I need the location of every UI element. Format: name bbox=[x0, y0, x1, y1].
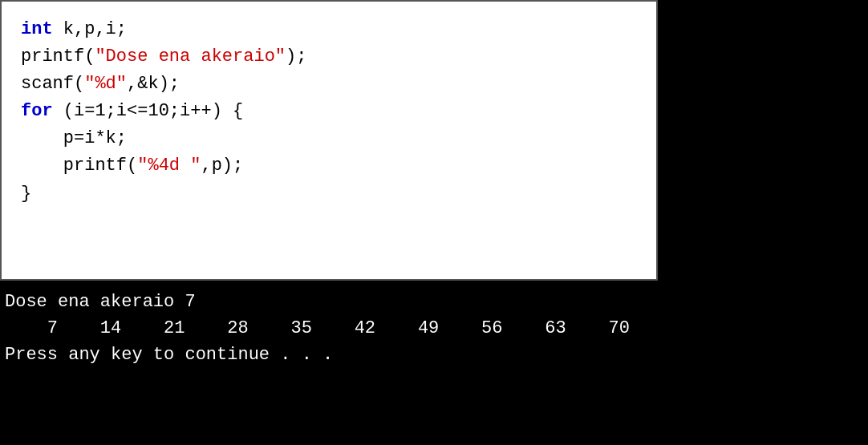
output-line-1: Dose ena akeraio 7 bbox=[5, 289, 863, 315]
code-line-3: scanf("%d",&k); bbox=[21, 71, 637, 98]
code-line-6: printf("%4d ",p); bbox=[21, 152, 637, 180]
code-text: ,p); bbox=[201, 156, 243, 176]
keyword-for: for bbox=[21, 101, 53, 121]
code-text: k,p,i; bbox=[53, 19, 127, 39]
code-line-4: for (i=1;i<=10;i++) { bbox=[21, 98, 637, 125]
code-editor: int k,p,i; printf("Dose ena akeraio"); s… bbox=[0, 0, 658, 281]
code-text: p=i*k; bbox=[21, 128, 127, 148]
code-line-2: printf("Dose ena akeraio"); bbox=[21, 43, 637, 71]
code-text: ,&k); bbox=[127, 74, 180, 94]
code-text: printf( bbox=[21, 156, 137, 176]
code-text: scanf( bbox=[21, 74, 84, 94]
code-line-7: } bbox=[21, 180, 637, 208]
code-text: printf( bbox=[21, 47, 95, 67]
code-line-5: p=i*k; bbox=[21, 125, 637, 152]
code-text: ); bbox=[286, 47, 306, 67]
code-line-1: int k,p,i; bbox=[21, 16, 637, 43]
output-line-3: Press any key to continue . . . bbox=[5, 342, 863, 368]
string-literal: "Dose ena akeraio" bbox=[95, 47, 286, 67]
output-line-2: 7 14 21 28 35 42 49 56 63 70 bbox=[5, 315, 863, 342]
code-text: } bbox=[21, 184, 31, 204]
output-terminal: Dose ena akeraio 7 7 14 21 28 35 42 49 5… bbox=[0, 281, 868, 445]
keyword-int: int bbox=[21, 19, 53, 39]
string-literal: "%4d " bbox=[137, 156, 201, 176]
string-literal: "%d" bbox=[84, 74, 127, 94]
code-text: (i=1;i<=10;i++) { bbox=[53, 101, 244, 121]
